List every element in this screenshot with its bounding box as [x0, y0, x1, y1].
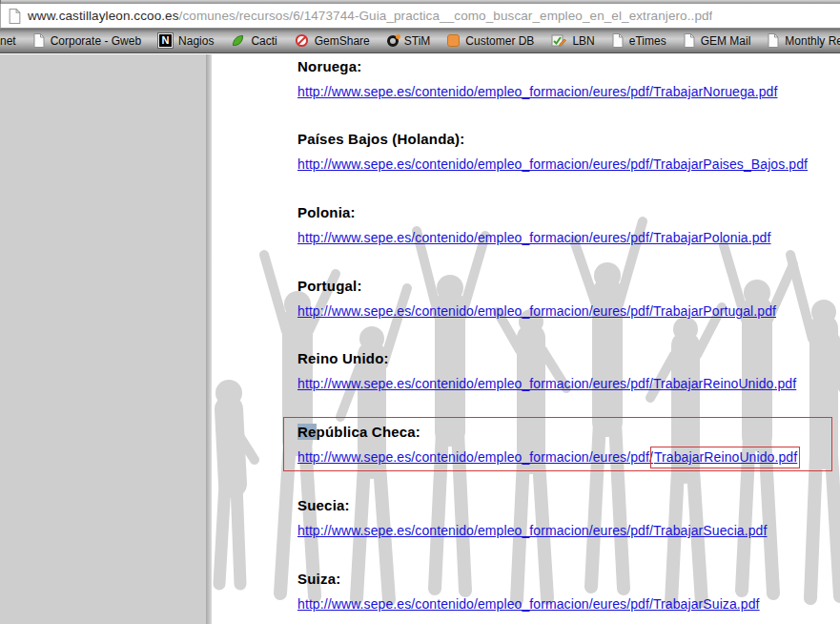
- page-icon: [684, 33, 695, 48]
- country-heading: Reino Unido:: [297, 350, 796, 366]
- leaf-icon: [231, 33, 245, 48]
- bookmark-item-gemshare[interactable]: GemShare: [295, 33, 370, 48]
- browser-window: www.castillayleon.ccoo.es/comunes/recurs…: [0, 0, 840, 53]
- page-favicon-icon: [9, 9, 21, 24]
- pdf-link-noruega[interactable]: http://www.sepe.es/contenido/empleo_form…: [297, 84, 778, 100]
- country-heading: Suiza:: [297, 571, 760, 587]
- dancing-silhouettes-background: [212, 198, 840, 608]
- pdf-link-suecia[interactable]: http://www.sepe.es/contenido/empleo_form…: [297, 523, 768, 539]
- page-icon: [768, 33, 779, 48]
- bookmark-item-gem-mail[interactable]: GEM Mail: [684, 33, 751, 48]
- section-portugal: Portugal: http://www.sepe.es/contenido/e…: [297, 278, 776, 320]
- country-heading: Suecia:: [297, 497, 768, 513]
- section-republica-checa: República Checa: http://www.sepe.es/cont…: [297, 424, 798, 466]
- bookmark-item-etimes[interactable]: eTimes: [612, 33, 666, 48]
- bookmark-label: Cacti: [251, 34, 277, 48]
- section-suecia: Suecia: http://www.sepe.es/contenido/emp…: [297, 497, 768, 539]
- bookmark-label: Nagios: [178, 34, 214, 48]
- address-bar[interactable]: www.castillayleon.ccoo.es/comunes/recurs…: [0, 4, 840, 29]
- country-heading: Portugal:: [297, 278, 776, 294]
- country-heading: Países Bajos (Holanda):: [297, 131, 808, 147]
- blocked-sign-icon: [295, 33, 309, 48]
- nagios-icon: N: [158, 33, 173, 48]
- page-icon: [33, 33, 45, 48]
- country-heading: Noruega:: [297, 58, 778, 74]
- bookmark-label: GEM Mail: [701, 34, 751, 48]
- left-gutter: [0, 54, 206, 624]
- section-noruega: Noruega: http://www.sepe.es/contenido/em…: [297, 58, 778, 100]
- bookmark-item-nagios[interactable]: N Nagios: [158, 33, 214, 48]
- pdf-link-portugal[interactable]: http://www.sepe.es/contenido/empleo_form…: [297, 303, 776, 320]
- orange-square-icon: [447, 34, 460, 47]
- bookmark-label: net: [0, 34, 16, 48]
- bookmark-label: LBN: [572, 34, 594, 48]
- bookmark-label: Customer DB: [465, 34, 534, 48]
- bookmark-item-cacti[interactable]: Cacti: [231, 33, 277, 48]
- pdf-link-polonia[interactable]: http://www.sepe.es/contenido/empleo_form…: [297, 230, 771, 246]
- notepad-pencil-icon: [551, 33, 566, 48]
- bookmark-item-net[interactable]: net: [0, 34, 16, 48]
- bookmark-label: Monthly Rep 1: [785, 34, 840, 48]
- page-icon: [612, 33, 624, 48]
- search-highlight: Re: [297, 424, 317, 440]
- bookmark-item-customer-db[interactable]: Customer DB: [447, 34, 534, 48]
- bookmark-label: Corporate - Gweb: [51, 34, 141, 48]
- ring-icon: [387, 35, 399, 47]
- annotated-link-filename: TrabajarReinoUnido.pdf: [650, 447, 800, 468]
- section-suiza: Suiza: http://www.sepe.es/contenido/empl…: [297, 571, 760, 613]
- pdf-page: Noruega: http://www.sepe.es/contenido/em…: [212, 54, 840, 624]
- url-host: www.castillayleon.ccoo.es: [28, 9, 179, 23]
- pdf-link-republica-checa[interactable]: http://www.sepe.es/contenido/empleo_form…: [297, 449, 798, 466]
- country-heading: República Checa:: [297, 424, 798, 440]
- bookmark-label: STiM: [404, 34, 431, 48]
- bookmark-item-stim[interactable]: STiM: [387, 34, 431, 48]
- country-heading: Polonia:: [297, 204, 771, 220]
- pdf-link-suiza[interactable]: http://www.sepe.es/contenido/empleo_form…: [297, 596, 760, 613]
- bookmark-label: eTimes: [629, 34, 666, 48]
- pdf-link-paises-bajos[interactable]: http://www.sepe.es/contenido/empleo_form…: [297, 156, 808, 173]
- url-path: /comunes/recursos/6/1473744-Guia_practic…: [179, 9, 713, 23]
- country-heading-rest: pública Checa:: [317, 424, 421, 440]
- section-polonia: Polonia: http://www.sepe.es/contenido/em…: [297, 204, 771, 246]
- section-reino-unido: Reino Unido: http://www.sepe.es/contenid…: [297, 350, 796, 392]
- pdf-link-reino-unido[interactable]: http://www.sepe.es/contenido/empleo_form…: [297, 376, 796, 392]
- bookmark-item-monthly-rep-1[interactable]: Monthly Rep 1: [768, 33, 840, 48]
- bookmark-item-lbn[interactable]: LBN: [551, 33, 594, 48]
- section-paises-bajos: Países Bajos (Holanda): http://www.sepe.…: [297, 131, 808, 173]
- bookmark-label: GemShare: [315, 34, 370, 48]
- content-area: Noruega: http://www.sepe.es/contenido/em…: [0, 54, 840, 624]
- bookmarks-bar: net Corporate - Gweb N Nagios Cacti GemS…: [0, 29, 840, 53]
- link-url-prefix: http://www.sepe.es/contenido/empleo_form…: [297, 449, 653, 465]
- url-text[interactable]: www.castillayleon.ccoo.es/comunes/recurs…: [28, 9, 712, 23]
- bookmark-item-corporate-gweb[interactable]: Corporate - Gweb: [33, 33, 141, 48]
